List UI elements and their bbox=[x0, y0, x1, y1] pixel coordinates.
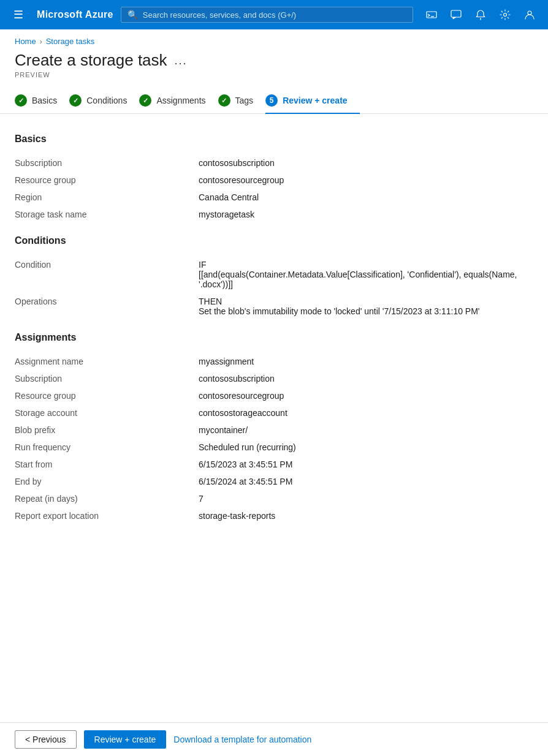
field-storage-account: Storage account contosostorageaccount bbox=[15, 404, 533, 421]
page-header: Create a storage task ... bbox=[0, 46, 548, 70]
field-label-storage-task-name: Storage task name bbox=[15, 210, 199, 219]
tab-tags[interactable]: ✓ Tags bbox=[218, 88, 266, 114]
field-assignment-resource-group: Resource group contosoresourcegroup bbox=[15, 387, 533, 404]
field-label-start-from: Start from bbox=[15, 459, 199, 469]
field-label-operations: Operations bbox=[15, 297, 199, 316]
field-condition: Condition IF [[and(equals(Container.Meta… bbox=[15, 256, 533, 293]
field-storage-task-name: Storage task name mystoragetask bbox=[15, 206, 533, 223]
tab-review[interactable]: 5 Review + create bbox=[265, 88, 359, 114]
tab-conditions-label: Conditions bbox=[86, 96, 127, 105]
field-value-subscription: contososubscription bbox=[199, 158, 533, 168]
field-value-blob-prefix: mycontainer/ bbox=[199, 425, 533, 435]
field-value-assignment-name: myassignment bbox=[199, 357, 533, 366]
azure-logo: Microsoft Azure bbox=[37, 9, 113, 20]
field-label-report-export-location: Report export location bbox=[15, 511, 199, 521]
field-label-region: Region bbox=[15, 192, 199, 202]
field-label-repeat-days: Repeat (in days) bbox=[15, 494, 199, 504]
breadcrumb-sep-1: › bbox=[40, 37, 42, 46]
preview-label: PREVIEW bbox=[0, 70, 548, 88]
field-label-blob-prefix: Blob prefix bbox=[15, 425, 199, 435]
field-value-start-from: 6/15/2023 at 3:45:51 PM bbox=[199, 459, 533, 469]
field-value-assignment-resource-group: contosoresourcegroup bbox=[199, 391, 533, 401]
field-value-report-export-location: storage-task-reports bbox=[199, 511, 533, 521]
tab-assignments[interactable]: ✓ Assignments bbox=[139, 88, 218, 114]
tab-basics[interactable]: ✓ Basics bbox=[15, 88, 69, 114]
operations-then: THEN bbox=[199, 297, 533, 306]
field-label-run-frequency: Run frequency bbox=[15, 442, 199, 452]
field-subscription: Subscription contososubscription bbox=[15, 154, 533, 172]
field-label-assignment-resource-group: Resource group bbox=[15, 391, 199, 401]
field-value-repeat-days: 7 bbox=[199, 494, 533, 504]
search-icon: 🔍 bbox=[127, 10, 138, 20]
field-value-storage-account: contosostorageaccount bbox=[199, 408, 533, 418]
field-value-resource-group: contosoresourcegroup bbox=[199, 175, 533, 185]
search-placeholder: Search resources, services, and docs (G+… bbox=[143, 10, 296, 20]
breadcrumb-home[interactable]: Home bbox=[15, 37, 36, 46]
breadcrumb-storage-tasks[interactable]: Storage tasks bbox=[46, 37, 95, 46]
field-value-operations: THEN Set the blob's immutability mode to… bbox=[199, 297, 533, 316]
search-bar[interactable]: 🔍 Search resources, services, and docs (… bbox=[121, 7, 413, 23]
settings-icon-button[interactable] bbox=[494, 4, 516, 26]
tab-assignments-label: Assignments bbox=[156, 96, 205, 105]
conditions-section-title: Conditions bbox=[15, 235, 533, 246]
operations-description: Set the blob's immutability mode to 'loc… bbox=[199, 306, 533, 316]
svg-point-5 bbox=[528, 11, 531, 15]
tab-basics-check-icon: ✓ bbox=[15, 94, 27, 107]
basics-section-title: Basics bbox=[15, 134, 533, 145]
tab-assignments-check-icon: ✓ bbox=[139, 94, 151, 107]
field-value-region: Canada Central bbox=[199, 192, 533, 202]
main-content: Basics Subscription contososubscription … bbox=[0, 114, 548, 588]
tab-tags-check-icon: ✓ bbox=[218, 94, 230, 107]
field-value-condition: IF [[and(equals(Container.Metadata.Value… bbox=[199, 260, 533, 289]
field-report-export-location: Report export location storage-task-repo… bbox=[15, 507, 533, 524]
field-label-storage-account: Storage account bbox=[15, 408, 199, 418]
tab-conditions-check-icon: ✓ bbox=[69, 94, 82, 107]
tab-basics-label: Basics bbox=[32, 96, 57, 105]
field-label-assignment-subscription: Subscription bbox=[15, 374, 199, 384]
shell-icon-button[interactable] bbox=[421, 4, 443, 26]
field-value-run-frequency: Scheduled run (recurring) bbox=[199, 442, 533, 452]
field-region: Region Canada Central bbox=[15, 189, 533, 206]
field-blob-prefix: Blob prefix mycontainer/ bbox=[15, 421, 533, 439]
menu-button[interactable]: ☰ bbox=[7, 4, 29, 26]
topbar-icon-group bbox=[421, 4, 541, 26]
field-start-from: Start from 6/15/2023 at 3:45:51 PM bbox=[15, 456, 533, 473]
field-repeat-days: Repeat (in days) 7 bbox=[15, 490, 533, 507]
tab-tags-label: Tags bbox=[235, 96, 254, 105]
svg-rect-2 bbox=[451, 10, 461, 17]
field-value-storage-task-name: mystoragetask bbox=[199, 210, 533, 219]
field-label-assignment-name: Assignment name bbox=[15, 357, 199, 366]
page-title: Create a storage task bbox=[15, 51, 167, 70]
field-label-end-by: End by bbox=[15, 477, 199, 486]
topbar: ☰ Microsoft Azure 🔍 Search resources, se… bbox=[0, 0, 548, 29]
field-value-end-by: 6/15/2024 at 3:45:51 PM bbox=[199, 477, 533, 486]
breadcrumb: Home › Storage tasks bbox=[0, 29, 548, 46]
condition-if: IF bbox=[199, 260, 533, 270]
field-label-subscription: Subscription bbox=[15, 158, 199, 168]
more-options-button[interactable]: ... bbox=[175, 55, 188, 66]
field-assignment-name: Assignment name myassignment bbox=[15, 353, 533, 370]
svg-point-4 bbox=[504, 13, 507, 17]
feedback-icon-button[interactable] bbox=[445, 4, 467, 26]
field-label-condition: Condition bbox=[15, 260, 199, 289]
field-assignment-subscription: Subscription contososubscription bbox=[15, 370, 533, 387]
field-end-by: End by 6/15/2024 at 3:45:51 PM bbox=[15, 473, 533, 490]
tab-review-label: Review + create bbox=[283, 96, 347, 105]
field-run-frequency: Run frequency Scheduled run (recurring) bbox=[15, 439, 533, 456]
field-label-resource-group: Resource group bbox=[15, 175, 199, 185]
condition-expression: [[and(equals(Container.Metadata.Value[Cl… bbox=[199, 270, 533, 289]
tab-review-num-icon: 5 bbox=[265, 94, 278, 107]
field-operations: Operations THEN Set the blob's immutabil… bbox=[15, 293, 533, 320]
field-resource-group: Resource group contosoresourcegroup bbox=[15, 172, 533, 189]
notifications-icon-button[interactable] bbox=[470, 4, 492, 26]
assignments-section-title: Assignments bbox=[15, 332, 533, 343]
field-value-assignment-subscription: contososubscription bbox=[199, 374, 533, 384]
profile-icon-button[interactable] bbox=[519, 4, 541, 26]
wizard-tabs: ✓ Basics ✓ Conditions ✓ Assignments ✓ Ta… bbox=[0, 88, 548, 114]
tab-conditions[interactable]: ✓ Conditions bbox=[69, 88, 139, 114]
